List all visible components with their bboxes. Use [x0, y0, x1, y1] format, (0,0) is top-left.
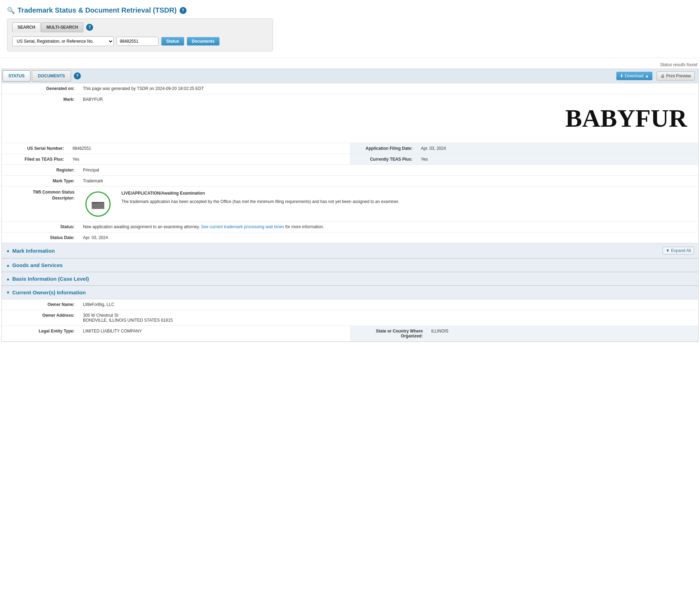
status-link[interactable]: See current trademark processing wait ti…: [201, 224, 284, 229]
page-title-text: Trademark Status & Document Retrieval (T…: [18, 6, 177, 14]
header-help-icon[interactable]: ?: [180, 7, 187, 14]
owner-name-value: LittleForBig, LLC: [79, 299, 698, 310]
owner-name-row: Owner Name: LittleForBig, LLC: [2, 299, 698, 310]
goods-title-text: Goods and Services: [12, 262, 63, 268]
tab-search[interactable]: SEARCH: [12, 22, 41, 32]
svg-rect-2: [92, 203, 104, 209]
owner-address-label: Owner Address:: [2, 310, 79, 326]
download-arrow-icon: ▲: [645, 74, 649, 78]
teas-filed-left: Filed as TEAS Plus: Yes: [2, 154, 350, 164]
documents-button[interactable]: Documents: [187, 37, 219, 46]
folder-svg: [91, 198, 105, 210]
mark-type-label: Mark Type:: [2, 176, 79, 186]
state-label-line2: Organized:: [353, 334, 423, 338]
owners-arrow: ▼: [6, 290, 10, 295]
status-date-label: Status Date:: [2, 232, 79, 243]
current-owners-section[interactable]: ▼ Current Owner(s) Information: [2, 286, 698, 299]
tab-documents[interactable]: DOCUMENTS: [32, 70, 71, 82]
register-label: Register:: [2, 165, 79, 175]
owner-section: Owner Name: LittleForBig, LLC Owner Addr…: [2, 299, 698, 342]
tm5-row: TM5 Common StatusDescriptor: LIVE/A: [2, 187, 698, 222]
mark-value-text: BABYFUR: [83, 97, 103, 102]
basis-information-title: ▲ Basis Information (Case Level): [6, 276, 89, 282]
serial-filing-row: US Serial Number: 98482551 Application F…: [2, 143, 698, 154]
status-row: Status: New application awaiting assignm…: [2, 222, 698, 232]
mark-information-section[interactable]: ▲ Mark Information ▼ Expand All: [2, 243, 698, 258]
status-suffix: for more information.: [285, 224, 324, 229]
mark-type-value: Trademark: [79, 176, 698, 186]
teas-current-right: Currently TEAS Plus: Yes: [350, 154, 699, 164]
header-area: 🔍 Trademark Status & Document Retrieval …: [0, 0, 700, 55]
search-select[interactable]: US Serial, Registration, or Reference No…: [12, 36, 114, 46]
status-date-value: Apr. 03, 2024: [79, 232, 698, 243]
goods-services-section[interactable]: ▲ Goods and Services: [2, 258, 698, 272]
tabs-actions: ⬇ Download ▲ 🖨 Print Preview: [616, 71, 698, 80]
search-icon: 🔍: [7, 7, 15, 14]
mark-row: Mark: BABYFUR BABYFUR: [2, 94, 698, 143]
goods-services-title: ▲ Goods and Services: [6, 262, 63, 268]
search-box: SEARCH MULTI-SEARCH ? US Serial, Registr…: [7, 19, 273, 51]
mark-info-arrow: ▲: [6, 248, 10, 253]
filing-right: Application Filing Date: Apr. 03, 2024: [350, 143, 699, 154]
status-value: New application awaiting assignment to a…: [79, 222, 698, 232]
legal-state-row: Legal Entity Type: LIMITED LIABILITY COM…: [2, 326, 698, 342]
register-row: Register: Principal: [2, 165, 698, 176]
register-value: Principal: [79, 165, 698, 175]
status-content: Generated on: This page was generated by…: [2, 83, 698, 243]
legal-left: Legal Entity Type: LIMITED LIABILITY COM…: [2, 326, 350, 341]
basis-information-section[interactable]: ▲ Basis Information (Case Level): [2, 272, 698, 286]
status-button[interactable]: Status: [161, 37, 184, 46]
mark-info-title-text: Mark Information: [12, 248, 55, 254]
mark-word: BABYFUR: [83, 97, 385, 102]
owners-title-text: Current Owner(s) Information: [12, 289, 86, 295]
download-button[interactable]: ⬇ Download ▲: [616, 72, 652, 80]
search-tab-help-icon[interactable]: ?: [86, 24, 93, 31]
status-label: Status:: [2, 222, 79, 232]
basis-arrow: ▲: [6, 276, 10, 281]
download-icon: ⬇: [620, 74, 623, 78]
search-tabs: SEARCH MULTI-SEARCH ?: [12, 22, 268, 32]
filing-label: Application Filing Date:: [350, 143, 417, 154]
goods-arrow: ▲: [6, 263, 10, 268]
expand-all-button[interactable]: ▼ Expand All: [663, 247, 694, 254]
main-content: STATUS DOCUMENTS ? ⬇ Download ▲ 🖨 Print …: [1, 69, 699, 342]
search-controls: US Serial, Registration, or Reference No…: [12, 36, 268, 46]
owner-address-line1: 305 W Chestnut St: [83, 313, 694, 318]
header-divider: [0, 58, 700, 58]
tm5-label: TM5 Common StatusDescriptor:: [2, 187, 79, 221]
basis-title-text: Basis Information (Case Level): [12, 276, 89, 282]
generated-on-value: This page was generated by TSDR on 2024-…: [79, 83, 698, 94]
owner-address-row: Owner Address: 305 W Chestnut St BONDVIL…: [2, 310, 698, 326]
teas-row: Filed as TEAS Plus: Yes Currently TEAS P…: [2, 154, 698, 165]
owner-address-value: 305 W Chestnut St BONDVILLE, ILLINOIS UN…: [79, 310, 698, 326]
state-country-value: ILLINOIS: [427, 326, 698, 341]
legal-entity-value: LIMITED LIABILITY COMPANY: [79, 326, 350, 341]
mark-type-row: Mark Type: Trademark: [2, 176, 698, 187]
status-text: New application awaiting assignment to a…: [83, 224, 200, 229]
serial-value: 98482551: [68, 143, 350, 154]
tab-multi-search[interactable]: MULTI-SEARCH: [41, 22, 83, 32]
tab-status[interactable]: STATUS: [2, 70, 30, 82]
state-country-label: State or Country Where Organized:: [350, 326, 427, 341]
tm5-desc-text: The trademark application has been accep…: [121, 198, 694, 205]
print-button[interactable]: 🖨 Print Preview: [657, 71, 695, 80]
tabs-help-icon[interactable]: ?: [74, 72, 81, 79]
teas-current-value: Yes: [417, 154, 699, 164]
legal-entity-label: Legal Entity Type:: [2, 326, 79, 341]
state-label-line1: State or Country Where: [353, 329, 423, 334]
status-date-row: Status Date: Apr. 03, 2024: [2, 232, 698, 243]
generated-on-row: Generated on: This page was generated by…: [2, 83, 698, 94]
tm5-status-text: LIVE/APPLICATION/Awaiting Examination: [121, 191, 694, 196]
tm5-icon-area: [79, 187, 117, 221]
mark-display-large: BABYFUR: [385, 97, 694, 140]
status-results-found: Status results found: [0, 61, 700, 69]
page-title: 🔍 Trademark Status & Document Retrieval …: [7, 6, 693, 14]
print-label: Print Preview: [666, 74, 691, 78]
tabs-bar: STATUS DOCUMENTS ? ⬇ Download ▲ 🖨 Print …: [2, 69, 698, 83]
tm5-text-area: LIVE/APPLICATION/Awaiting Examination Th…: [117, 187, 698, 221]
generated-on-label: Generated on:: [2, 83, 79, 94]
mark-content: BABYFUR BABYFUR: [79, 94, 698, 143]
teas-filed-value: Yes: [68, 154, 350, 164]
mark-label: Mark:: [2, 94, 79, 143]
search-input[interactable]: [117, 37, 159, 46]
